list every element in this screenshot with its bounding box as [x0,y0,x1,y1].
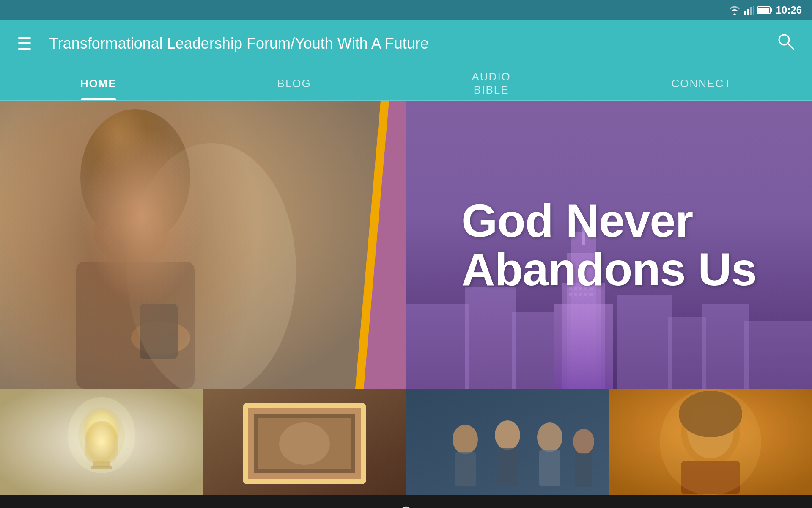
topbar: ☰ Transformational Leadership Forum/Yout… [0,20,812,67]
tab-connect[interactable]: CONNECT [646,67,757,100]
svg-rect-13 [76,262,195,389]
thumbnail-2[interactable] [203,389,406,495]
svg-rect-29 [668,317,706,389]
svg-point-57 [537,422,562,452]
svg-point-53 [453,425,478,454]
home-button[interactable] [389,497,423,508]
battery-icon [757,6,773,14]
svg-rect-0 [744,11,746,15]
hero-person-photo [0,101,406,389]
svg-rect-25 [406,304,469,389]
svg-rect-9 [0,101,406,389]
tab-audio-bible[interactable]: AUDIOBIBLE [447,67,536,100]
status-bar: 10:26 [0,0,812,20]
bottom-nav [0,495,812,508]
svg-point-59 [573,429,594,454]
svg-rect-6 [758,8,769,13]
status-icons: 10:26 [729,4,802,16]
hero-right: God Never Abandons Us [406,101,812,389]
thumbnails-row [0,389,812,495]
hero-headline: God Never Abandons Us [461,196,757,294]
thumbnail-4[interactable] [609,389,812,495]
svg-point-15 [131,321,190,355]
svg-point-55 [495,420,520,450]
tab-blog[interactable]: BLOG [252,67,337,100]
svg-rect-2 [750,7,752,15]
status-time: 10:26 [776,4,802,16]
svg-rect-54 [455,452,476,486]
svg-rect-1 [747,9,749,15]
hero-section: God Never Abandons Us [0,101,812,389]
menu-icon[interactable]: ☰ [17,35,32,52]
app-title: Transformational Leadership Forum/Youth … [49,35,776,52]
nav-tabs: HOME BLOG AUDIOBIBLE CONNECT [0,67,812,101]
hero-divider [355,101,406,389]
hero-image-left [0,101,406,389]
svg-rect-3 [753,6,754,15]
svg-point-66 [660,389,761,495]
svg-rect-27 [512,312,554,389]
svg-rect-23 [554,304,613,389]
search-icon[interactable] [776,32,795,55]
svg-rect-58 [539,450,560,486]
svg-rect-60 [575,453,592,487]
svg-rect-5 [770,8,772,12]
svg-point-46 [68,397,135,473]
hero-text-container: God Never Abandons Us [444,179,774,311]
svg-rect-56 [497,448,518,486]
tab-home[interactable]: HOME [55,67,142,100]
thumbnail-1[interactable] [0,389,203,495]
thumbnail-3[interactable] [406,389,609,495]
svg-point-17 [127,143,296,389]
svg-line-8 [788,44,793,49]
svg-point-51 [279,422,330,465]
svg-rect-10 [0,101,406,389]
wifi-icon [729,6,741,15]
svg-point-14 [104,217,154,255]
svg-point-12 [93,202,169,262]
signal-icon [744,6,754,15]
back-button[interactable] [118,497,152,508]
svg-point-11 [80,109,190,245]
svg-rect-16 [140,304,178,359]
recent-apps-button[interactable] [660,497,694,508]
svg-rect-30 [702,304,749,389]
svg-rect-31 [744,321,812,389]
